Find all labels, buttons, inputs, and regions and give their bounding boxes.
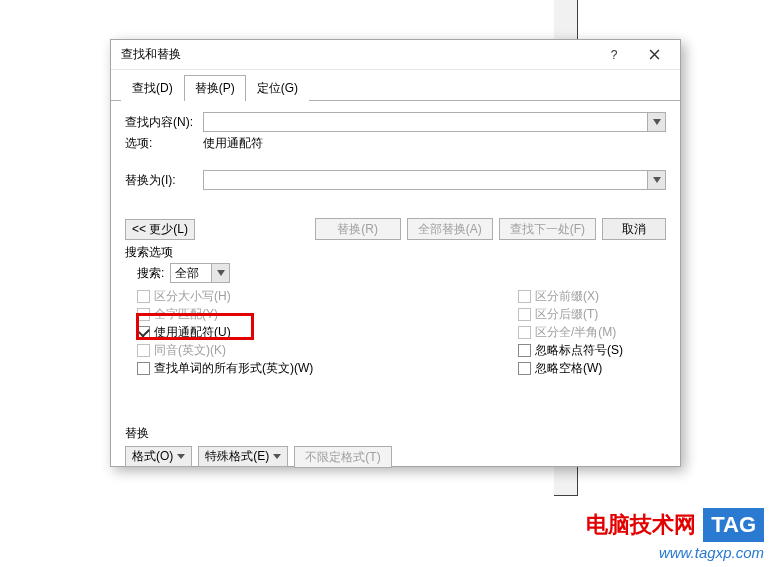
- chk-case: 区分大小写(H): [137, 287, 506, 305]
- chk-punct[interactable]: 忽略标点符号(S): [518, 341, 666, 359]
- replace-one-button[interactable]: 替换(R): [315, 218, 401, 240]
- tab-replace[interactable]: 替换(P): [184, 75, 246, 101]
- dialog-title: 查找和替换: [121, 46, 594, 63]
- find-next-button[interactable]: 查找下一处(F): [499, 218, 596, 240]
- search-options-label: 搜索选项: [125, 244, 666, 261]
- chk-forms[interactable]: 查找单词的所有形式(英文)(W): [137, 359, 506, 377]
- close-button[interactable]: [634, 42, 674, 68]
- chevron-down-icon[interactable]: [211, 264, 229, 282]
- chk-space[interactable]: 忽略空格(W): [518, 359, 666, 377]
- find-replace-dialog: 查找和替换 ? 查找(D) 替换(P) 定位(G) 查找内容(N): 选项: 使…: [110, 39, 681, 467]
- titlebar: 查找和替换 ?: [111, 40, 680, 70]
- tab-goto[interactable]: 定位(G): [246, 75, 309, 101]
- chk-fullhalf: 区分全/半角(M): [518, 323, 666, 341]
- format-button[interactable]: 格式(O): [125, 446, 192, 467]
- replace-all-button[interactable]: 全部替换(A): [407, 218, 493, 240]
- watermark-tag: TAG: [703, 508, 764, 542]
- less-button[interactable]: << 更少(L): [125, 219, 195, 240]
- watermark-url: www.tagxp.com: [586, 544, 764, 561]
- tab-find[interactable]: 查找(D): [121, 75, 184, 101]
- find-input[interactable]: [203, 112, 666, 132]
- replace-dropdown-icon[interactable]: [647, 171, 665, 189]
- search-direction-value: 全部: [171, 265, 211, 282]
- replace-input[interactable]: [203, 170, 666, 190]
- search-direction-label: 搜索:: [137, 265, 164, 282]
- chk-whole: 全字匹配(Y): [137, 305, 506, 323]
- watermark-text: 电脑技术网: [586, 512, 696, 537]
- find-label: 查找内容(N):: [125, 114, 203, 131]
- replace-section-label: 替换: [125, 425, 666, 442]
- options-value: 使用通配符: [203, 135, 263, 152]
- find-dropdown-icon[interactable]: [647, 113, 665, 131]
- help-button[interactable]: ?: [594, 42, 634, 68]
- dialog-content: 查找内容(N): 选项: 使用通配符 替换为(I): << 更少(L) 替换(R…: [111, 101, 680, 476]
- replace-label: 替换为(I):: [125, 172, 203, 189]
- chk-suffix: 区分后缀(T): [518, 305, 666, 323]
- cancel-button[interactable]: 取消: [602, 218, 666, 240]
- chk-sounds: 同音(英文)(K): [137, 341, 506, 359]
- search-direction-select[interactable]: 全部: [170, 263, 230, 283]
- tabs: 查找(D) 替换(P) 定位(G): [111, 70, 680, 101]
- chk-prefix: 区分前缀(X): [518, 287, 666, 305]
- watermark: 电脑技术网 TAG www.tagxp.com: [586, 508, 764, 561]
- special-format-button[interactable]: 特殊格式(E): [198, 446, 288, 467]
- no-format-button[interactable]: 不限定格式(T): [294, 446, 391, 468]
- chk-wildcard[interactable]: 使用通配符(U): [137, 323, 506, 341]
- options-label: 选项:: [125, 135, 203, 152]
